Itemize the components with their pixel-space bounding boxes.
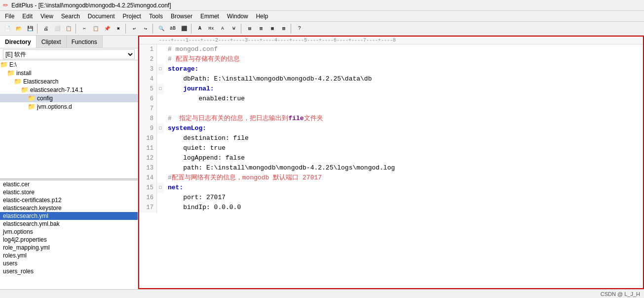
line-num-1: 1	[139, 44, 157, 54]
toolbar-sep1	[37, 24, 39, 34]
file-item-users-roles[interactable]: users_roles	[0, 267, 138, 275]
toolbar-new[interactable]: 📄	[2, 23, 13, 34]
line-content-10: destination: file	[164, 133, 249, 143]
menu-item-tools[interactable]: Tools	[145, 12, 167, 21]
tree-item-jvmoptd[interactable]: 📁 jvm.options.d	[0, 102, 138, 111]
toolbar-a2[interactable]: A	[217, 23, 228, 34]
code-line-15: 15 □ net:	[139, 183, 643, 193]
toolbar-find[interactable]: 🔍	[156, 23, 167, 34]
tree-item-e[interactable]: 📁 E:\	[0, 60, 138, 69]
code-line-11: 11 quiet: true	[139, 143, 643, 153]
tree-item-es714[interactable]: 📁 elasticsearch-7.14.1	[0, 85, 138, 94]
toolbar-w[interactable]: W	[228, 23, 239, 34]
collapse-15[interactable]: □	[157, 183, 164, 193]
toolbar-t4[interactable]: ▧	[278, 23, 289, 34]
toolbar-sep3	[125, 24, 127, 34]
tree-label-es714: elasticsearch-7.14.1	[30, 86, 83, 93]
main-layout: Directory Cliptext Functions [E] 软件 📁 E:…	[0, 36, 644, 289]
toolbar-paste[interactable]: 📌	[102, 23, 113, 34]
toolbar-r1[interactable]: aB	[167, 23, 178, 34]
tab-cliptext[interactable]: Cliptext	[37, 36, 67, 48]
code-line-16: 16 port: 27017	[139, 193, 643, 203]
code-line-9: 9 □ systemLog:	[139, 124, 643, 133]
file-item-users[interactable]: users	[0, 259, 138, 267]
toolbar-copy[interactable]: 📋	[90, 23, 101, 34]
file-item-es-keystore[interactable]: elasticsearch.keystore	[0, 204, 138, 212]
file-item-elastic-cer[interactable]: elastic.cer	[0, 180, 138, 188]
menu-item-file[interactable]: File	[1, 12, 18, 21]
status-bar: CSDN @ L_J_H	[0, 289, 644, 298]
toolbar-print[interactable]: 🖨	[40, 23, 51, 34]
toolbar-x[interactable]: ✖	[113, 23, 124, 34]
line-num-6: 6	[139, 94, 157, 104]
toolbar-undo[interactable]: ↩	[129, 23, 140, 34]
menu-bar: FileEditViewSearchDocumentProjectToolsBr…	[0, 11, 644, 22]
code-line-3: 3 □ storage:	[139, 64, 643, 74]
toolbar-t1[interactable]: ▤	[244, 23, 255, 34]
menu-item-document[interactable]: Document	[84, 12, 119, 21]
line-num-7: 7	[139, 104, 157, 114]
sidebar-tabs: Directory Cliptext Functions	[0, 36, 138, 48]
line-num-9: 9	[139, 124, 157, 133]
toolbar-open[interactable]: 📂	[13, 23, 24, 34]
tab-directory[interactable]: Directory	[0, 36, 37, 48]
code-line-12: 12 logAppend: false	[139, 153, 643, 163]
toolbar-t3[interactable]: ▦	[267, 23, 278, 34]
menu-item-project[interactable]: Project	[119, 12, 145, 21]
file-item-elastic-cert-p12[interactable]: elastic-certificates.p12	[0, 196, 138, 204]
file-item-es-yml-bak[interactable]: elasticsearch.yml.bak	[0, 220, 138, 228]
file-item-log4j2[interactable]: log4j2.properties	[0, 236, 138, 244]
toolbar-cut[interactable]: ✂	[79, 23, 90, 34]
toolbar-help[interactable]: ?	[294, 23, 305, 34]
tab-functions[interactable]: Functions	[67, 36, 103, 48]
menu-item-emmet[interactable]: Emmet	[196, 12, 223, 21]
menu-item-search[interactable]: Search	[57, 12, 84, 21]
toolbar-r2[interactable]: ⬛	[179, 23, 189, 34]
toolbar-save[interactable]: 💾	[25, 23, 36, 34]
menu-item-window[interactable]: Window	[223, 12, 252, 21]
line-content-8: # 指定与日志有关的信息，把日志输出到file文件夹	[164, 114, 323, 124]
code-line-10: 10 destination: file	[139, 133, 643, 143]
toolbar-redo[interactable]: ↪	[140, 23, 151, 34]
line-content-11: quiet: true	[164, 143, 226, 153]
code-view[interactable]: 1 # mongod.conf 2 # 配置与存储有关的信息 3 □ stora…	[139, 44, 643, 288]
code-line-5: 5 □ journal:	[139, 84, 643, 94]
code-line-14: 14 #配置与网络有关的信息，mongodb 默认端口 27017	[139, 173, 643, 183]
toolbar-bold[interactable]: A	[194, 23, 205, 34]
collapse-3[interactable]: □	[157, 64, 164, 74]
line-num-16: 16	[139, 193, 157, 203]
menu-item-help[interactable]: Help	[252, 12, 272, 21]
line-content-9: systemLog:	[164, 124, 206, 133]
file-item-elastic-store[interactable]: elastic.store	[0, 188, 138, 196]
menu-item-view[interactable]: View	[37, 12, 57, 21]
tree-label-elasticsearch: Elasticsearch	[23, 78, 58, 85]
toolbar-hx[interactable]: Hx	[206, 23, 217, 34]
file-item-es-yml[interactable]: elasticsearch.yml	[0, 212, 138, 220]
folder-icon-elasticsearch: 📁	[14, 78, 22, 85]
collapse-5[interactable]: □	[157, 84, 164, 94]
collapse-9[interactable]: □	[157, 124, 164, 133]
directory-dropdown-container: [E] 软件	[0, 48, 138, 60]
toolbar-t2[interactable]: ▥	[256, 23, 266, 34]
tree-item-elasticsearch[interactable]: 📁 Elasticsearch	[0, 77, 138, 85]
tree-label-jvmoptd: jvm.options.d	[37, 103, 72, 110]
line-content-6: enabled:true	[164, 94, 245, 104]
line-num-14: 14	[139, 173, 157, 183]
line-content-2: # 配置与存储有关的信息	[164, 54, 240, 64]
directory-select[interactable]: [E] 软件	[3, 49, 135, 59]
menu-item-edit[interactable]: Edit	[18, 12, 37, 21]
line-content-5: journal:	[164, 84, 214, 94]
tree-item-install[interactable]: 📁 install	[0, 69, 138, 77]
file-item-role-mapping[interactable]: role_mapping.yml	[0, 244, 138, 252]
file-item-jvm-options[interactable]: jvm.options	[0, 228, 138, 236]
code-line-4: 4 dbPath: E:\install\mongodb\mongodb-4.2…	[139, 74, 643, 84]
line-num-11: 11	[139, 143, 157, 153]
file-item-roles[interactable]: roles.yml	[0, 252, 138, 259]
menu-item-browser[interactable]: Browser	[167, 12, 196, 21]
toolbar-b2[interactable]: 📋	[63, 23, 74, 34]
title-bar: ✏ EditPlus - [E:\install\mongodb\mongodb…	[0, 0, 644, 11]
tree-item-config[interactable]: 📁 config	[0, 94, 138, 102]
folder-icon-install: 📁	[7, 69, 15, 77]
toolbar-preview[interactable]: ⬜	[52, 23, 63, 34]
status-text: CSDN @ L_J_H	[601, 291, 640, 297]
